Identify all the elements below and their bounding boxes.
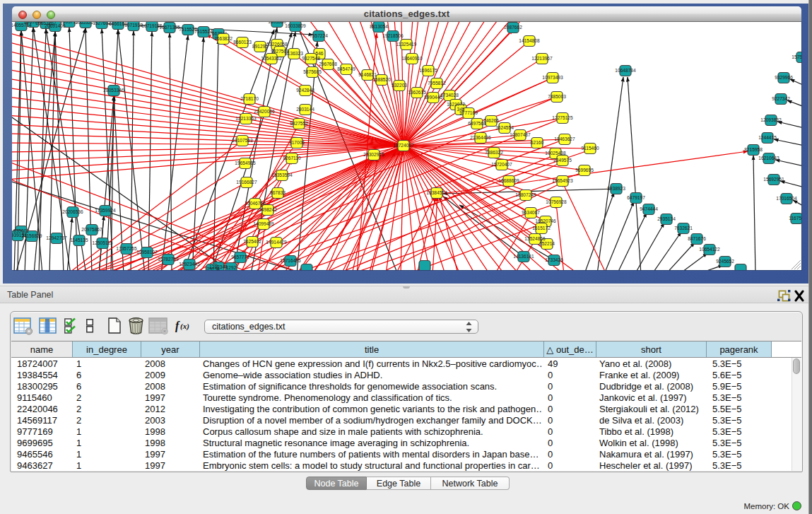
svg-text:2349575: 2349575 <box>553 158 572 163</box>
svg-text:14099489: 14099489 <box>253 221 274 226</box>
svg-text:5498242: 5498242 <box>259 207 277 212</box>
svg-text:14154808: 14154808 <box>519 38 540 43</box>
svg-text:746266: 746266 <box>483 118 499 123</box>
svg-text:116753: 116753 <box>789 216 801 221</box>
svg-text:532203: 532203 <box>392 83 407 88</box>
svg-text:15716485: 15716485 <box>280 258 301 263</box>
svg-text:17357255: 17357255 <box>116 246 137 251</box>
svg-text:10654122: 10654122 <box>699 247 720 252</box>
svg-text:9242848: 9242848 <box>296 88 314 93</box>
svg-text:20975867: 20975867 <box>81 227 102 232</box>
svg-text:15751074: 15751074 <box>792 54 801 59</box>
svg-text:6734028: 6734028 <box>440 93 459 98</box>
svg-text:9427552: 9427552 <box>290 121 308 126</box>
svg-text:10958107: 10958107 <box>136 250 158 255</box>
svg-text:1145135: 1145135 <box>70 238 88 243</box>
svg-text:6479197: 6479197 <box>627 195 645 200</box>
svg-text:7663822: 7663822 <box>214 36 233 41</box>
svg-text:10688609: 10688609 <box>498 178 519 183</box>
svg-text:12213967: 12213967 <box>531 56 553 61</box>
svg-text:12275125: 12275125 <box>552 115 573 120</box>
svg-text:2718170: 2718170 <box>240 96 259 101</box>
svg-text:18463627: 18463627 <box>554 136 575 141</box>
svg-text:19654985: 19654985 <box>235 160 256 165</box>
svg-text:8136323: 8136323 <box>285 51 303 56</box>
svg-text:21156829: 21156829 <box>22 233 42 238</box>
svg-text:18724007: 18724007 <box>393 143 414 148</box>
svg-text:11325419: 11325419 <box>396 42 417 47</box>
svg-text:19384554: 19384554 <box>426 190 447 195</box>
svg-text:891295: 891295 <box>252 44 268 49</box>
svg-text:1603380: 1603380 <box>268 22 286 24</box>
svg-text:17016504: 17016504 <box>776 196 797 201</box>
svg-text:8471676: 8471676 <box>688 236 706 241</box>
svg-text:(x): (x) <box>180 322 189 331</box>
svg-text:9699695: 9699695 <box>575 168 594 173</box>
svg-text:7357224: 7357224 <box>310 33 328 38</box>
svg-text:10973493: 10973493 <box>542 75 563 80</box>
svg-text:7625402: 7625402 <box>243 239 261 244</box>
svg-text:16520746: 16520746 <box>535 218 556 223</box>
svg-text:129234: 129234 <box>204 267 220 270</box>
svg-text:15692951: 15692951 <box>763 177 784 182</box>
svg-text:1588520: 1588520 <box>372 77 391 82</box>
svg-text:1733426: 1733426 <box>545 257 563 262</box>
svg-text:9634067: 9634067 <box>522 210 540 215</box>
svg-text:417006: 417006 <box>289 140 305 145</box>
svg-text:62160: 62160 <box>531 140 544 145</box>
svg-text:867833: 867833 <box>270 190 286 195</box>
svg-text:12942737: 12942737 <box>46 235 67 240</box>
svg-text:5875685: 5875685 <box>303 69 322 74</box>
svg-text:9245652: 9245652 <box>716 259 734 264</box>
svg-text:3624554: 3624554 <box>495 125 514 130</box>
svg-text:9474444: 9474444 <box>640 206 658 211</box>
svg-text:9227342: 9227342 <box>772 96 790 101</box>
svg-text:12213363: 12213363 <box>235 116 257 121</box>
svg-text:10756928: 10756928 <box>546 199 567 204</box>
svg-text:18807249: 18807249 <box>515 192 536 197</box>
svg-text:1292: 1292 <box>226 265 237 270</box>
svg-text:8215958: 8215958 <box>744 147 763 152</box>
svg-text:13524856: 13524856 <box>524 236 546 241</box>
svg-text:8660123: 8660123 <box>233 40 252 45</box>
svg-text:2967608: 2967608 <box>319 62 337 66</box>
svg-text:1071918: 1071918 <box>124 23 143 28</box>
svg-text:2935134: 2935134 <box>657 216 676 221</box>
svg-text:8938923: 8938923 <box>607 186 625 191</box>
svg-text:12923445: 12923445 <box>179 262 200 267</box>
svg-text:12093832: 12093832 <box>760 117 782 122</box>
svg-text:10046766: 10046766 <box>245 201 266 206</box>
svg-text:15353594: 15353594 <box>271 173 293 177</box>
svg-text:9329966: 9329966 <box>775 75 793 80</box>
svg-text:8267110: 8267110 <box>283 156 301 160</box>
svg-text:2803144: 2803144 <box>296 107 314 112</box>
svg-text:8454749: 8454749 <box>337 66 355 71</box>
svg-text:9327548: 9327548 <box>302 56 320 61</box>
svg-text:252214: 252214 <box>539 241 555 246</box>
svg-text:53226058: 53226058 <box>266 42 288 47</box>
svg-text:25302975: 25302975 <box>363 152 384 157</box>
svg-text:17359924: 17359924 <box>95 208 116 213</box>
svg-text:9657771: 9657771 <box>231 255 249 259</box>
svg-text:10107563: 10107563 <box>232 138 253 143</box>
svg-text:16210643: 16210643 <box>758 156 779 160</box>
svg-text:28053346: 28053346 <box>103 88 124 93</box>
svg-text:16033809: 16033809 <box>285 23 306 28</box>
svg-text:20206536: 20206536 <box>62 209 83 214</box>
svg-text:19218506: 19218506 <box>382 33 404 38</box>
svg-text:8813054: 8813054 <box>370 24 388 29</box>
svg-text:19166827: 19166827 <box>236 180 257 185</box>
svg-text:15720407: 15720407 <box>491 162 512 167</box>
svg-text:12505115: 12505115 <box>93 240 113 245</box>
svg-text:f: f <box>175 320 180 332</box>
svg-text:10648784: 10648784 <box>615 68 636 73</box>
svg-text:10807487: 10807487 <box>510 132 531 137</box>
svg-text:7485003: 7485003 <box>548 94 566 99</box>
svg-text:22420046: 22420046 <box>254 109 275 114</box>
svg-text:20691406: 20691406 <box>45 23 66 28</box>
svg-text:21364436: 21364436 <box>470 135 491 140</box>
svg-text:1244415: 1244415 <box>758 135 777 140</box>
svg-text:7955812: 7955812 <box>428 81 446 86</box>
svg-text:14136141: 14136141 <box>513 254 534 259</box>
svg-text:9146821: 9146821 <box>358 72 377 77</box>
